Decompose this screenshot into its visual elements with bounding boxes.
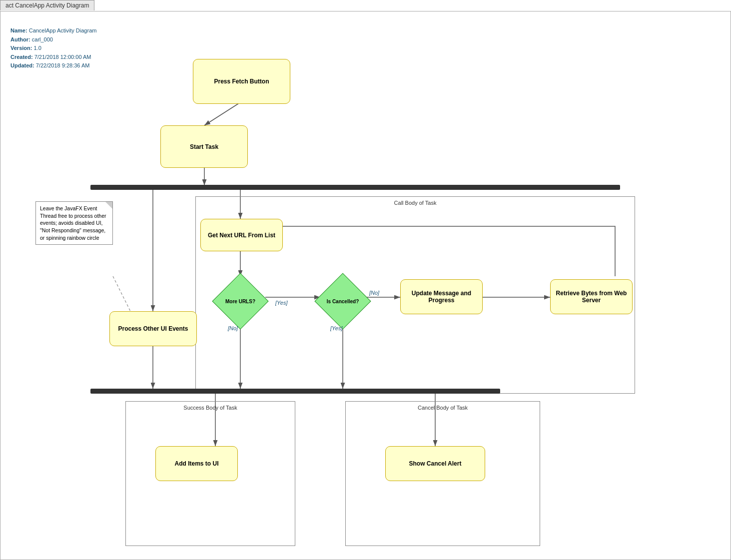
created-label: Created: [10,54,33,60]
update-message-node: Update Message and Progress [400,279,483,314]
tab-label: act CancelApp Activity Diagram [5,2,89,9]
version-label: Version: [10,45,32,51]
add-items-node: Add Items to UI [155,446,238,481]
retrieve-bytes-node: Retrieve Bytes from Web Server [550,279,633,314]
start-task-node: Start Task [160,125,248,168]
diagram-tab: act CancelApp Activity Diagram [0,0,94,10]
updated-value: 7/22/2018 9:28:36 AM [36,62,90,68]
yes-label-is-cancelled: [Yes] [330,325,342,331]
show-cancel-node: Show Cancel Alert [385,446,485,481]
call-body-label: Call Body of Task [196,200,635,206]
press-fetch-node: Press Fetch Button [193,59,290,104]
success-body-label: Success Body of Task [126,405,295,411]
no-label-more-urls: [No] [228,325,238,331]
fork-bar [90,185,620,190]
author-value: carl_000 [32,36,53,42]
no-label-is-cancelled: [No] [369,290,379,296]
svg-line-2 [204,101,242,125]
version-value: 1.0 [33,45,41,51]
more-urls-diamond: More URLS? [215,276,265,326]
process-other-ui-node: Process Other UI Events [109,311,197,346]
author-label: Author: [10,36,30,42]
name-label: Name: [10,27,27,33]
cancel-body-label: Cancel Body of Task [346,405,540,411]
diagram-area: Name: CancelApp Activity Diagram Author:… [0,11,731,560]
note-box: Leave the JavaFX Event Thread free to pr… [35,201,113,245]
svg-line-15 [113,276,133,316]
note-text: Leave the JavaFX Event Thread free to pr… [40,205,106,241]
is-cancelled-diamond: Is Cancelled? [318,276,368,326]
metadata-block: Name: CancelApp Activity Diagram Author:… [10,26,96,70]
updated-label: Updated: [10,62,34,68]
name-value: CancelApp Activity Diagram [29,27,97,33]
created-value: 7/21/2018 12:00:00 AM [34,54,91,60]
get-next-url-node: Get Next URL From List [200,219,283,251]
join-bar [90,389,500,394]
yes-label-more-urls: [Yes] [275,300,287,306]
